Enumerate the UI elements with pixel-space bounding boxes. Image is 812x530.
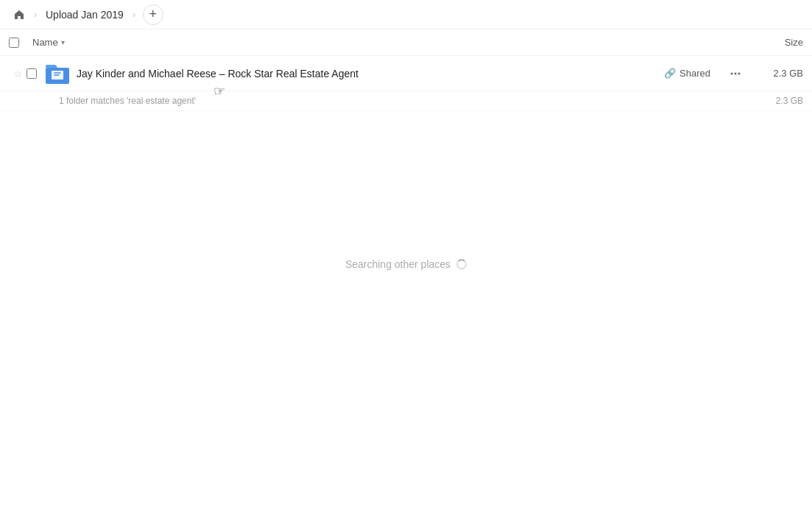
star-button[interactable]: ☆ [9, 68, 27, 80]
sort-icon: ▾ [61, 38, 65, 46]
shared-label: Shared [679, 68, 710, 79]
svg-point-3 [735, 72, 737, 74]
folder-icon-container [44, 60, 71, 87]
file-size: 2.3 GB [752, 68, 803, 79]
name-column-label: Name [32, 37, 58, 48]
breadcrumb-chevron: › [34, 10, 37, 20]
name-column-header[interactable]: Name ▾ [32, 37, 744, 48]
home-button[interactable] [9, 4, 29, 25]
svg-point-2 [731, 72, 733, 74]
row-select-checkbox[interactable] [27, 68, 37, 79]
file-row[interactable]: ☆ Jay Kinder and Michael Reese – Rock St… [0, 56, 812, 91]
breadcrumb-title[interactable]: Upload Jan 2019 [41, 6, 128, 24]
home-icon [13, 9, 25, 21]
searching-label: Searching other places [345, 258, 451, 270]
breadcrumb-bar: › Upload Jan 2019 › + [0, 0, 812, 29]
shared-badge: 🔗 Shared [658, 66, 716, 81]
search-result-text: 1 folder matches 'real estate agent' [59, 96, 752, 106]
search-result-info-row: 1 folder matches 'real estate agent' 2.3… [0, 91, 812, 111]
searching-other-section: Searching other places [0, 111, 812, 270]
select-all-checkbox[interactable] [9, 38, 19, 48]
column-header: Name ▾ Size [0, 29, 812, 56]
search-result-size: 2.3 GB [752, 96, 803, 106]
size-column-header: Size [744, 37, 803, 48]
add-button[interactable]: + [143, 4, 163, 25]
folder-icon [44, 60, 71, 87]
more-options-button[interactable] [725, 63, 746, 84]
svg-point-4 [738, 72, 741, 74]
header-checkbox-col [9, 38, 32, 48]
breadcrumb-chevron2: › [133, 10, 135, 20]
row-checkbox [27, 68, 44, 79]
file-name: Jay Kinder and Michael Reese – Rock Star… [77, 68, 658, 80]
more-icon [730, 68, 741, 80]
loading-spinner [456, 259, 467, 269]
link-icon: 🔗 [664, 68, 676, 79]
